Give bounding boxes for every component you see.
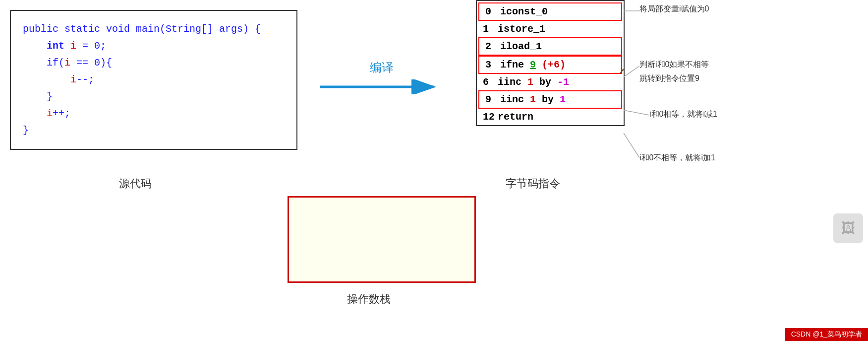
bytecode-row-0: 0 iconst_0	[478, 2, 622, 21]
bytecode-label: 字节码指令	[506, 176, 560, 191]
bytecode-row-2: 2 iload_1	[478, 37, 622, 56]
svg-line-5	[624, 133, 639, 158]
bytecode-instr-0: iconst_0	[500, 6, 548, 17]
bytecode-index-6: 6	[483, 76, 498, 88]
bytecode-param-6-0: 1	[527, 76, 533, 88]
code-line-1: public static void main(String[] args) {	[23, 23, 261, 35]
bytecode-index-0: 0	[485, 6, 500, 17]
bytecode-row-12: 12 return	[477, 109, 624, 125]
bytecode-instr-6: iinc	[498, 76, 527, 88]
annotation-1: 判断i和0如果不相等	[639, 60, 709, 70]
bytecode-instr-3: ifne	[500, 59, 530, 70]
watermark: CSDN @1_菜鸟初学者	[785, 328, 868, 341]
bytecode-index-3: 3	[485, 59, 500, 70]
bytecode-instr-12: return	[498, 111, 533, 123]
bytecode-param-9-2: 1	[560, 94, 566, 105]
source-label: 源代码	[119, 176, 152, 191]
compile-arrow-icon	[320, 79, 444, 94]
bytecode-index-9: 9	[485, 94, 500, 105]
annotation-4: i和0不相等，就将i加1	[639, 153, 715, 163]
code-line-6: i++;	[23, 108, 70, 119]
code-line-5: }	[23, 91, 53, 102]
bytecode-param-3-1: (+6)	[536, 59, 566, 70]
bytecode-panel: 0 iconst_0 1 istore_1 2 iload_1 3 ifne 9…	[476, 0, 625, 126]
bytecode-instr-9: iinc	[500, 94, 530, 105]
svg-line-4	[624, 110, 649, 115]
bytecode-instr-2: iload_1	[500, 41, 542, 52]
compile-arrow-area: 编译	[307, 60, 456, 94]
bytecode-param-3-0: 9	[530, 59, 536, 70]
stack-panel-top	[288, 196, 476, 198]
bytecode-param-9-1: by	[536, 94, 560, 105]
source-code-content: public static void main(String[] args) {…	[23, 21, 285, 139]
bytecode-instr-1: istore_1	[498, 23, 545, 35]
bytecode-param-6-1: by	[533, 76, 557, 88]
bytecode-param-9-0: 1	[530, 94, 536, 105]
bytecode-row-9: 9 iinc 1 by 1	[478, 90, 622, 109]
annotation-3: i和0相等，就将i减1	[649, 109, 717, 120]
bytecode-row-3: 3 ifne 9 (+6)	[478, 56, 622, 74]
code-line-4: i--;	[23, 74, 94, 85]
right-icon: 🖼	[833, 213, 863, 243]
compile-label: 编译	[370, 60, 394, 75]
bytecode-row-6: 6 iinc 1 by -1	[477, 74, 624, 90]
bytecode-index-12: 12	[483, 111, 498, 123]
stack-label: 操作数栈	[347, 292, 391, 307]
annotation-2: 跳转到指令位置9	[639, 73, 699, 84]
bytecode-row-1: 1 istore_1	[477, 21, 624, 37]
code-line-7: }	[23, 125, 29, 136]
source-code-panel: public static void main(String[] args) {…	[10, 10, 297, 150]
cursor-icon: ↗	[619, 64, 625, 77]
bytecode-index-2: 2	[485, 41, 500, 52]
annotation-0: 将局部变量i赋值为0	[639, 4, 709, 14]
code-line-2: int i = 0;	[23, 40, 106, 52]
bytecode-param-6-2: -1	[557, 76, 569, 88]
svg-line-3	[624, 66, 639, 77]
bytecode-index-1: 1	[483, 23, 498, 35]
code-line-3: if(i == 0){	[23, 57, 112, 68]
stack-panel	[288, 196, 476, 283]
